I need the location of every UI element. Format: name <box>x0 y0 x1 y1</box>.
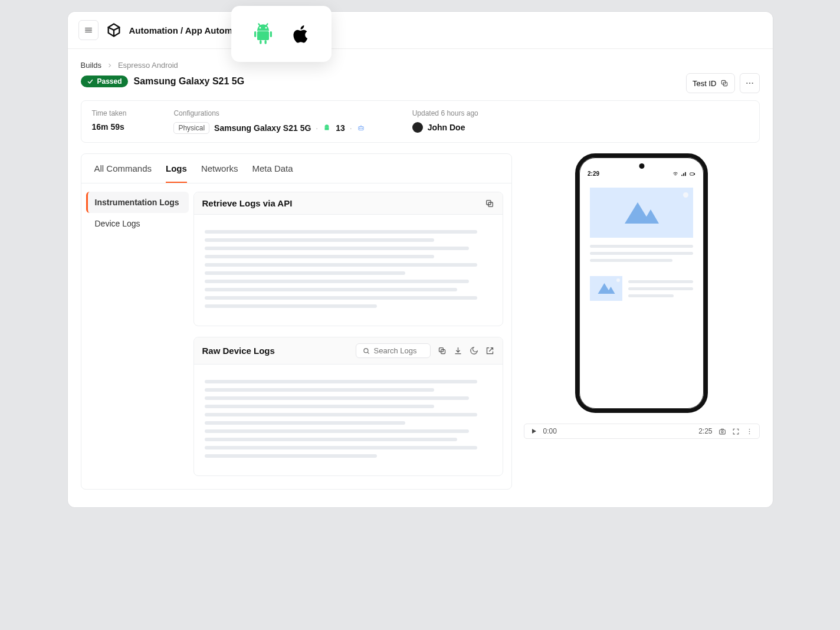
text-placeholder <box>590 245 693 262</box>
bot-icon <box>357 124 365 132</box>
retrieve-logs-body <box>194 215 503 326</box>
svg-rect-28 <box>690 172 694 175</box>
meta-panel: Time taken 16m 59s Configurations Physic… <box>81 100 760 143</box>
status-label: Passed <box>97 77 122 86</box>
svg-point-24 <box>363 348 368 352</box>
camera-icon[interactable] <box>718 428 726 435</box>
image-placeholder <box>590 188 693 238</box>
fullscreen-icon[interactable] <box>732 428 740 435</box>
retrieve-logs-card: Retrieve Logs via API <box>193 192 503 326</box>
device-preview: 2:29 <box>575 153 708 413</box>
video-player-bar[interactable]: 0:00 2:25 <box>524 424 760 439</box>
apple-icon[interactable] <box>291 22 311 46</box>
copy-icon <box>720 79 729 87</box>
copy-icon[interactable] <box>438 346 447 355</box>
user-name: John Doe <box>428 123 465 132</box>
logs-side-list: Instrumentation Logs Device Logs <box>81 183 193 489</box>
svg-point-14 <box>746 83 747 84</box>
device-clock: 2:29 <box>588 170 599 177</box>
svg-marker-30 <box>532 429 536 434</box>
svg-line-8 <box>266 24 268 25</box>
more-button[interactable] <box>740 73 760 93</box>
svg-point-32 <box>721 431 723 432</box>
svg-point-35 <box>749 433 750 434</box>
android-icon[interactable] <box>251 21 275 47</box>
device-status-icons <box>672 171 695 177</box>
chevron-right-icon <box>106 62 113 69</box>
tabs-row: All Commands Logs Networks Meta Data <box>81 154 511 183</box>
external-link-icon[interactable] <box>485 346 494 355</box>
config-os-version: 13 <box>336 123 345 133</box>
user-avatar <box>412 122 423 133</box>
check-icon <box>87 78 94 85</box>
time-taken-value: 16m 59s <box>92 122 127 132</box>
time-taken-label: Time taken <box>92 109 127 117</box>
breadcrumb-root[interactable]: Builds <box>81 61 101 70</box>
svg-rect-17 <box>325 127 329 130</box>
test-id-label: Test ID <box>693 79 716 88</box>
sidebar-item-instrumentation[interactable]: Instrumentation Logs <box>86 192 189 213</box>
play-icon[interactable] <box>530 428 537 435</box>
player-total-time: 2:25 <box>698 427 712 435</box>
svg-point-19 <box>359 128 360 129</box>
tab-networks[interactable]: Networks <box>201 163 238 183</box>
search-logs-field[interactable] <box>356 343 431 358</box>
raw-device-logs-title: Raw Device Logs <box>202 346 275 356</box>
svg-rect-1 <box>254 31 256 37</box>
test-id-button[interactable]: Test ID <box>686 73 734 93</box>
svg-rect-4 <box>265 40 267 44</box>
image-placeholder-small <box>590 276 622 301</box>
retrieve-logs-title: Retrieve Logs via API <box>202 198 293 208</box>
tab-logs[interactable]: Logs <box>166 163 187 183</box>
logo-icon <box>106 22 122 38</box>
dots-horizontal-icon <box>745 78 754 88</box>
moon-icon[interactable] <box>470 346 478 355</box>
top-bar: Automation / App Automation <box>68 12 773 49</box>
page-title: Samsung Galaxy S21 5G <box>134 76 245 87</box>
svg-rect-29 <box>694 173 695 175</box>
raw-device-logs-body <box>194 365 503 475</box>
search-icon <box>362 347 370 355</box>
svg-rect-2 <box>270 31 272 37</box>
tabs-panel: All Commands Logs Networks Meta Data Ins… <box>81 153 512 490</box>
svg-point-5 <box>260 27 261 28</box>
config-device-name: Samsung Galaxy S21 5G <box>214 123 311 133</box>
copy-icon[interactable] <box>485 199 494 208</box>
player-current-time: 0:00 <box>543 427 557 435</box>
svg-line-25 <box>368 352 369 353</box>
svg-point-34 <box>749 431 750 432</box>
breadcrumb: Builds Espresso Android <box>81 61 760 70</box>
search-logs-input[interactable] <box>374 346 424 355</box>
svg-line-7 <box>259 24 261 25</box>
breadcrumb-current: Espresso Android <box>118 61 178 70</box>
sidebar-item-device-logs[interactable]: Device Logs <box>86 213 189 234</box>
svg-point-6 <box>265 27 267 28</box>
menu-button[interactable] <box>78 20 99 40</box>
configurations-label: Configurations <box>173 109 365 117</box>
android-small-icon <box>323 124 331 132</box>
os-selector-card <box>231 6 332 62</box>
svg-point-20 <box>362 128 362 129</box>
download-icon[interactable] <box>454 346 462 355</box>
svg-point-33 <box>749 428 750 429</box>
status-badge: Passed <box>81 76 128 87</box>
raw-device-logs-card: Raw Device Logs <box>193 337 503 476</box>
svg-rect-31 <box>719 429 725 434</box>
dots-vertical-icon[interactable] <box>746 428 753 435</box>
svg-rect-0 <box>257 31 269 40</box>
hamburger-icon <box>84 25 93 35</box>
updated-label: Updated 6 hours ago <box>412 109 478 117</box>
tab-meta-data[interactable]: Meta Data <box>252 163 293 183</box>
tab-all-commands[interactable]: All Commands <box>94 163 152 183</box>
svg-point-15 <box>749 83 750 84</box>
physical-chip: Physical <box>173 122 209 134</box>
svg-point-16 <box>752 83 753 84</box>
svg-rect-3 <box>260 40 261 44</box>
text-placeholder-small <box>628 276 693 301</box>
